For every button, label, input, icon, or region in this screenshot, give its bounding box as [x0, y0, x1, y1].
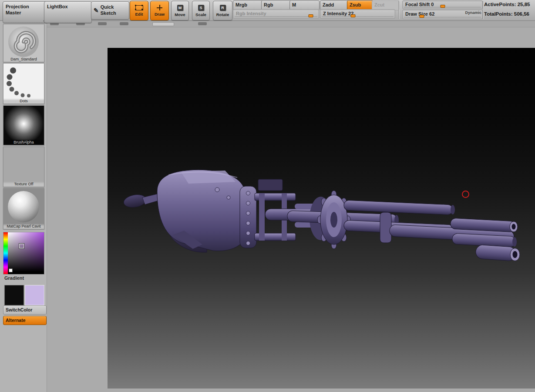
- rgb-label: Rgb: [264, 2, 273, 7]
- toolbar-divider: [398, 1, 399, 19]
- rotate-label: Rotate: [216, 12, 229, 17]
- toolbar-divider-right: [483, 1, 483, 19]
- alpha-name-label: BrushAlpha: [3, 140, 44, 145]
- scale-label: Scale: [195, 12, 206, 17]
- rgb-intensity-slider[interactable]: Rgb Intensity: [233, 9, 319, 19]
- switch-color-label: SwitchColor: [6, 307, 32, 312]
- focal-shift-slider[interactable]: Focal Shift 0: [402, 0, 483, 9]
- move-button[interactable]: M Move: [171, 1, 189, 20]
- alternate-button[interactable]: Alternate: [3, 316, 47, 325]
- scale-cube-icon: S: [198, 5, 204, 11]
- alternate-label: Alternate: [6, 318, 26, 323]
- dynamic-toggle[interactable]: Dynamic: [462, 10, 481, 15]
- quick-sketch-label: Quick Sketch: [101, 4, 127, 17]
- edit-button[interactable]: Edit: [130, 1, 148, 20]
- draw-size-label-text: Draw Size: [405, 11, 428, 17]
- focal-shift-value: 0: [431, 2, 434, 7]
- gun-rotor-gear: [317, 191, 350, 249]
- rotate-cube-icon: R: [220, 5, 226, 11]
- move-cube-icon: M: [177, 5, 183, 11]
- minigun-model: [108, 48, 535, 389]
- secondary-color-swatch[interactable]: [25, 285, 44, 305]
- color-selector-marker[interactable]: [19, 244, 24, 248]
- brush-thumbnail[interactable]: Dam_Standard: [3, 24, 44, 62]
- color-picker[interactable]: [3, 232, 44, 275]
- texture-name-label: Texture Off: [3, 181, 44, 187]
- alpha-dot-preview: [3, 106, 44, 145]
- scale-button[interactable]: S Scale: [192, 1, 210, 20]
- focal-shift-label: Focal Shift 0: [405, 2, 434, 7]
- rgb-intensity-handle[interactable]: [309, 14, 313, 17]
- mrgb-label: Mrgb: [236, 2, 247, 7]
- draw-label: Draw: [155, 12, 165, 17]
- lightbox-button[interactable]: LightBox: [44, 1, 92, 23]
- saturation-value-square[interactable]: [8, 232, 44, 274]
- left-shelf: Dam_Standard Dots BrushAlpha Texture Off…: [0, 20, 47, 392]
- gun-barrels-right: [343, 200, 520, 261]
- projection-master-label: Projection Master: [6, 4, 29, 15]
- lightbox-label: LightBox: [47, 4, 68, 9]
- edit-label: Edit: [135, 12, 143, 17]
- hue-strip[interactable]: [3, 232, 8, 274]
- zcut-label: Zcut: [374, 2, 384, 7]
- tray-segment[interactable]: [120, 22, 128, 25]
- rotate-button[interactable]: R Rotate: [213, 1, 232, 20]
- crosshair-icon: [157, 5, 162, 10]
- matcap-sphere: [8, 191, 39, 222]
- stroke-thumbnail[interactable]: Dots: [3, 63, 44, 104]
- zsub-label: Zsub: [350, 2, 361, 7]
- draw-size-handle[interactable]: [419, 15, 424, 18]
- rgb-intensity-label: Rgb Intensity: [236, 11, 266, 16]
- stroke-name-label: Dots: [3, 98, 44, 104]
- pencil-icon: ✎: [94, 7, 99, 13]
- move-label: Move: [175, 12, 185, 17]
- z-intensity-handle[interactable]: [351, 14, 356, 17]
- draw-size-value: 62: [429, 11, 434, 17]
- document-canvas[interactable]: [108, 48, 535, 389]
- mini-color-swatch: [9, 268, 13, 272]
- alpha-thumbnail[interactable]: BrushAlpha: [3, 105, 44, 145]
- gradient-toggle[interactable]: Gradient: [4, 275, 24, 281]
- tray-segment[interactable]: [98, 22, 107, 25]
- brush-cursor-ring: [462, 191, 469, 198]
- focal-shift-label-text: Focal Shift: [405, 2, 430, 7]
- z-intensity-label: Z Intensity 22: [323, 11, 353, 16]
- material-thumbnail[interactable]: MatCap Pearl Cavit: [3, 188, 44, 229]
- brush-name-label: Dam_Standard: [3, 57, 44, 62]
- zadd-label: Zadd: [323, 2, 334, 7]
- top-toolbar: Projection Master LightBox ✎ Quick Sketc…: [0, 0, 535, 21]
- dots-stroke-preview: [3, 64, 44, 104]
- z-intensity-label-text: Z Intensity: [323, 11, 347, 16]
- switch-color-button[interactable]: SwitchColor: [3, 305, 47, 315]
- texture-thumbnail[interactable]: Texture Off: [3, 147, 44, 187]
- material-name-label: MatCap Pearl Cavit: [3, 224, 44, 229]
- focal-shift-handle[interactable]: [440, 5, 445, 8]
- tray-divider-strip: [47, 20, 535, 27]
- active-points-readout: ActivePoints: 25,85: [484, 2, 530, 7]
- tray-scroll-thumb[interactable]: [152, 22, 174, 26]
- z-intensity-slider[interactable]: Z Intensity 22: [320, 9, 395, 19]
- primary-color-swatch[interactable]: [4, 285, 24, 305]
- tray-segment[interactable]: [198, 22, 207, 25]
- edit-gizmo-icon: [135, 5, 143, 10]
- projection-master-button[interactable]: Projection Master: [3, 1, 48, 23]
- draw-button[interactable]: Draw: [150, 1, 169, 20]
- m-label: M: [292, 2, 296, 7]
- quick-sketch-button[interactable]: ✎ Quick Sketch: [91, 1, 129, 20]
- total-points-readout: TotalPoints: 506,56: [484, 11, 529, 17]
